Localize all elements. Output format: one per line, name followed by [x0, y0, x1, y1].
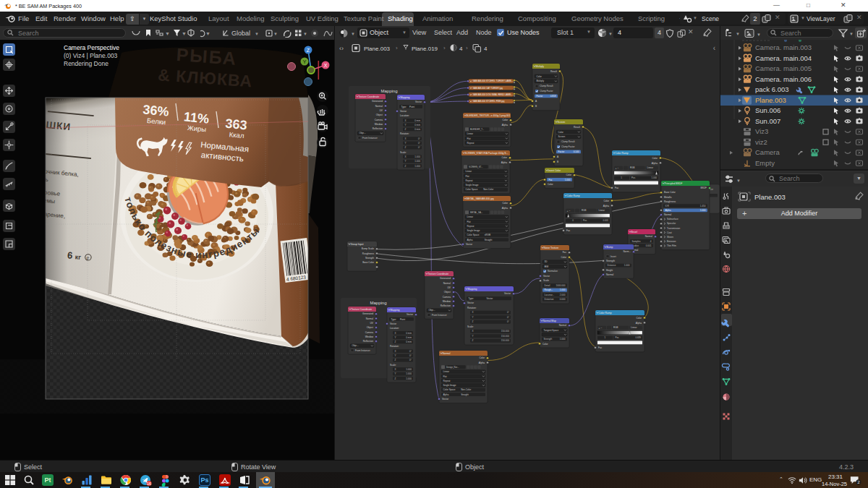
svg-text:0.689: 0.689 [635, 336, 641, 339]
svg-text:Camera: Camera [375, 119, 383, 121]
svg-text:Scale:: Scale: [390, 364, 396, 367]
svg-text:Z: Z [472, 339, 474, 342]
svg-text:Vector: Vector [467, 301, 475, 304]
svg-text:0.000: 0.000 [560, 298, 566, 301]
svg-text:Single Image: Single Image [467, 229, 480, 232]
svg-text:Repeat: Repeat [467, 142, 475, 145]
svg-text:1.000: 1.000 [565, 179, 571, 181]
svg-text:Flat: Flat [467, 221, 471, 223]
svg-text:0.001: 0.001 [603, 219, 608, 222]
svg-text:Window: Window [375, 123, 383, 126]
svg-text:Plane.019: Plane.019 [412, 46, 438, 52]
svg-text:Window: Window [443, 300, 451, 303]
svg-text:Strength: Strength [365, 257, 374, 260]
svg-text:Rotation:: Rotation: [467, 307, 477, 309]
svg-text:Alpha: Alpha [479, 361, 485, 364]
svg-text:Fac: Fac [598, 346, 603, 349]
svg-text:Type:: Type: [391, 318, 397, 321]
svg-text:▼: ▼ [849, 32, 854, 36]
svg-text:Mapping: Mapping [370, 301, 386, 305]
svg-text:Clamp Result: Clamp Result [540, 85, 553, 87]
svg-text:›: › [466, 45, 468, 51]
svg-text:Color Ramp: Color Ramp [616, 152, 629, 155]
svg-text:Mapping: Mapping [401, 96, 410, 99]
svg-text:viz2: viz2 [755, 138, 767, 146]
svg-text:X: X [405, 137, 407, 140]
svg-text:B: B [535, 105, 537, 108]
svg-text:fBM: fBM [545, 265, 549, 268]
svg-text:Camera. main.003: Camera. main.003 [755, 43, 812, 51]
svg-text:Pos: Pos [631, 176, 636, 179]
svg-text:Screen: Screen [558, 135, 566, 138]
svg-text:+ −: + − [616, 167, 619, 170]
svg-text:Normal: Normal [664, 213, 672, 216]
svg-text:+ −: + − [599, 327, 603, 330]
svg-text:BLENDER_T...: BLENDER_T... [470, 128, 484, 131]
svg-text:Obje...: Obje... [429, 309, 435, 312]
svg-text:Object: Object [444, 291, 451, 294]
svg-text:Rotation:: Rotation: [390, 345, 399, 348]
svg-text:Vector: Vector [466, 243, 473, 246]
svg-text:Location:: Location: [390, 327, 399, 330]
svg-text:Linear: Linear [443, 370, 450, 373]
svg-text:Alpha: Alpha [502, 124, 508, 127]
svg-text:From Instancer: From Instancer [355, 349, 370, 352]
svg-text:Color: Color [501, 156, 508, 159]
svg-text:X: X [472, 311, 474, 314]
svg-text:Y: Y [303, 59, 307, 64]
svg-text:Object: Object [376, 114, 383, 116]
svg-text:SAM AM.400 STCERS. FISH.jpg: SAM AM.400 STCERS. FISH.jpg [473, 100, 505, 103]
svg-text:Color: Color [502, 202, 509, 205]
svg-text:Fac: Fac [615, 187, 619, 189]
svg-text:METAL_SAM AM.400.jpg: METAL_SAM AM.400.jpg [467, 197, 494, 200]
svg-text:›: › [396, 45, 398, 51]
svg-text:Single Image: Single Image [443, 384, 456, 387]
svg-text:4: 4 [484, 46, 488, 52]
svg-text:+ −: + − [567, 210, 571, 213]
svg-text:Color: Color [652, 157, 658, 160]
svg-text:sRGB: sRGB [485, 234, 490, 236]
svg-text:1.000: 1.000 [406, 372, 412, 375]
svg-text:RGB: RGB [582, 209, 587, 212]
svg-text:Normal Map: Normal Map [543, 320, 557, 322]
svg-text:Color Ramp: Color Ramp [567, 194, 580, 197]
svg-text:Vector: Vector [407, 313, 414, 316]
svg-text:X: X [395, 332, 396, 335]
svg-text:Straight: Straight [485, 239, 493, 241]
svg-text:Rotation:: Rotation: [400, 132, 409, 135]
svg-text:Obje...: Obje... [359, 132, 366, 134]
svg-text:Strength: Strength [606, 260, 615, 262]
svg-text:▼: ▼ [255, 32, 259, 36]
svg-text:X: X [405, 119, 407, 122]
svg-text:1.000: 1.000 [560, 288, 566, 291]
svg-text:1.000: 1.000 [624, 264, 630, 267]
svg-text:Object: Object [367, 326, 373, 329]
svg-text:Roughness: Roughness [362, 252, 375, 255]
svg-text:Normal: Normal [559, 324, 567, 327]
svg-text:(0) Viz4 | Plane.003: (0) Viz4 | Plane.003 [64, 52, 118, 59]
svg-text:Invert Color: Invert Color [548, 169, 561, 172]
svg-text:Linear: Linear [467, 215, 474, 218]
svg-text:SCREEN_ST...: SCREEN_ST... [469, 166, 483, 168]
svg-text:Normal: Normal [645, 235, 653, 238]
svg-text:Pos: Pos [615, 336, 619, 339]
svg-text:Single Image: Single Image [466, 184, 479, 187]
svg-text:Point: Point [400, 318, 405, 321]
svg-text:Normal: Normal [443, 352, 451, 355]
svg-text:X: X [395, 368, 396, 371]
svg-text:Y: Y [395, 372, 396, 375]
svg-text:Factor: Factor [537, 95, 543, 98]
svg-text:Normal: Normal [366, 317, 374, 320]
svg-text:363: 363 [225, 116, 248, 133]
svg-text:METAL_SA...: METAL_SA... [470, 211, 482, 214]
svg-text:0 mm: 0 mm [414, 119, 420, 122]
svg-text:pack 6.003: pack 6.003 [755, 85, 788, 93]
svg-text:Detail: Detail [545, 284, 550, 287]
svg-text:0.818: 0.818 [550, 95, 556, 98]
svg-text:Linear: Linear [599, 209, 605, 212]
svg-text:Texture Coordinate: Texture Coordinate [359, 95, 380, 98]
svg-text:Y: Y [405, 124, 407, 127]
svg-text:Texture Coordinate: Texture Coordinate [428, 273, 449, 275]
svg-text:Reflection: Reflection [373, 127, 383, 130]
svg-text:‹›: ‹› [339, 45, 344, 52]
